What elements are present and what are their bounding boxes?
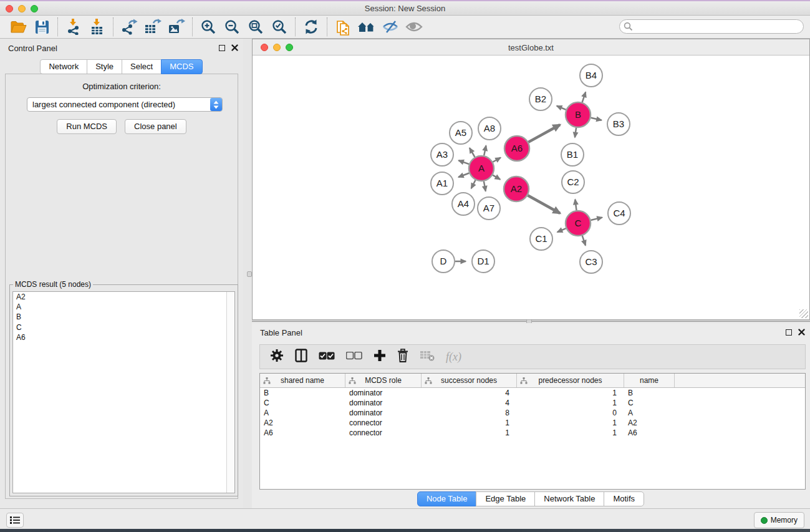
float-panel-icon[interactable]: [219, 45, 225, 51]
node-A6[interactable]: A6: [504, 136, 529, 161]
tab-node-table[interactable]: Node Table: [417, 491, 477, 506]
import-table-button[interactable]: [85, 17, 109, 37]
table-cell[interactable]: B: [260, 388, 345, 398]
table-cell[interactable]: 1: [517, 418, 624, 428]
node-A1[interactable]: A1: [431, 172, 453, 195]
table-cell[interactable]: A6: [624, 428, 675, 438]
node-C3[interactable]: C3: [580, 251, 602, 273]
node-B2[interactable]: B2: [529, 88, 552, 110]
refresh-button[interactable]: [299, 17, 323, 37]
column-header-name[interactable]: name: [624, 374, 675, 387]
export-network-button[interactable]: [117, 17, 141, 37]
mcds-result-item[interactable]: A2: [13, 292, 234, 302]
table-cell[interactable]: A: [260, 408, 345, 418]
node-A2[interactable]: A2: [504, 177, 529, 201]
mcds-result-list[interactable]: A2ABCA6: [12, 291, 235, 493]
table-cell[interactable]: 0: [517, 408, 624, 418]
close-panel-button[interactable]: Close panel: [125, 119, 186, 134]
edge-A-A4[interactable]: [471, 180, 476, 188]
scrollbar-track[interactable]: [226, 292, 234, 493]
node-D[interactable]: D: [432, 250, 455, 273]
node-A5[interactable]: A5: [450, 122, 472, 144]
node-C2[interactable]: C2: [562, 171, 584, 193]
float-panel-icon[interactable]: [786, 329, 792, 336]
node-A8[interactable]: A8: [478, 117, 501, 140]
memory-button[interactable]: Memory: [754, 512, 804, 528]
table-row[interactable]: Bdominator41B: [260, 388, 805, 398]
run-mcds-button[interactable]: Run MCDS: [57, 119, 117, 134]
table-cell[interactable]: B: [624, 388, 675, 398]
table-cell[interactable]: 1: [517, 388, 624, 398]
edge-A-A2[interactable]: [493, 175, 500, 180]
table-cell[interactable]: dominator: [345, 388, 422, 398]
deselect-all-rows-button[interactable]: [346, 351, 362, 362]
select-all-rows-button[interactable]: [319, 351, 335, 362]
table-cell[interactable]: 1: [517, 398, 624, 408]
table-cell[interactable]: connector: [345, 428, 422, 438]
zoom-fit-button[interactable]: [244, 17, 268, 37]
table-row[interactable]: A2connector11A2: [260, 418, 805, 428]
close-panel-icon[interactable]: [798, 329, 805, 336]
edge-A-A1[interactable]: [458, 173, 469, 177]
column-header-predecessor-nodes[interactable]: predecessor nodes: [517, 374, 624, 387]
delete-table-button[interactable]: [420, 350, 435, 364]
edge-A6-B[interactable]: [528, 125, 560, 142]
table-cell[interactable]: 1: [422, 428, 517, 438]
table-row[interactable]: Adominator80A: [260, 408, 805, 418]
table-cell[interactable]: A2: [260, 418, 345, 428]
search-input[interactable]: [633, 21, 803, 32]
edge-A-A8[interactable]: [484, 145, 486, 155]
zoom-selected-button[interactable]: [268, 17, 291, 37]
node-B4[interactable]: B4: [580, 64, 602, 87]
table-cell[interactable]: dominator: [345, 398, 422, 408]
node-C4[interactable]: C4: [608, 202, 630, 225]
edge-A-A3[interactable]: [458, 160, 469, 164]
edge-C-C2[interactable]: [575, 200, 576, 210]
table-options-button[interactable]: [270, 349, 284, 365]
table-cell[interactable]: 4: [422, 388, 517, 398]
criterion-dropdown[interactable]: largest connected component (directed): [27, 97, 223, 112]
hide-selected-button[interactable]: [378, 17, 402, 37]
network-graph[interactable]: AA1A3A5A8A4A7A6A2BB2B4B3B1CC2C4C1C3DD1: [253, 56, 809, 319]
table-cell[interactable]: C: [624, 398, 675, 408]
table-cell[interactable]: dominator: [345, 408, 422, 418]
function-builder-button[interactable]: f(x): [446, 351, 461, 364]
mcds-result-item[interactable]: B: [13, 312, 234, 322]
export-image-button[interactable]: [165, 17, 188, 37]
edge-A-A7[interactable]: [484, 181, 486, 191]
node-C1[interactable]: C1: [530, 228, 552, 250]
column-header-MCDS-role[interactable]: MCDS role: [345, 374, 422, 387]
export-table-button[interactable]: [141, 17, 165, 37]
zoom-in-button[interactable]: [196, 17, 220, 37]
table-cell[interactable]: 8: [422, 408, 517, 418]
node-B[interactable]: B: [566, 102, 591, 127]
table-cell[interactable]: 1: [422, 418, 517, 428]
node-B3[interactable]: B3: [607, 113, 630, 135]
save-session-button[interactable]: [30, 17, 54, 37]
node-A3[interactable]: A3: [431, 143, 453, 166]
table-cell[interactable]: A2: [624, 418, 675, 428]
open-session-button[interactable]: [6, 17, 30, 37]
window-resize-grip[interactable]: [799, 309, 808, 318]
tab-mcds[interactable]: MCDS: [161, 59, 202, 74]
edge-A-A6[interactable]: [493, 158, 501, 162]
quick-search-field[interactable]: [619, 19, 804, 34]
node-B1[interactable]: B1: [561, 143, 584, 166]
tab-network-table[interactable]: Network Table: [534, 491, 604, 506]
delete-columns-button[interactable]: [397, 349, 408, 365]
table-cell[interactable]: A: [624, 408, 675, 418]
mcds-result-item[interactable]: A6: [13, 332, 234, 342]
vertical-splitter-grabber[interactable]: [247, 271, 252, 277]
close-panel-icon[interactable]: [231, 44, 238, 51]
node-A4[interactable]: A4: [452, 193, 475, 215]
add-column-button[interactable]: [374, 349, 386, 364]
node-C[interactable]: C: [566, 211, 591, 236]
table-cell[interactable]: 4: [422, 398, 517, 408]
task-history-button[interactable]: [6, 513, 24, 528]
node-D1[interactable]: D1: [472, 250, 494, 273]
node-A7[interactable]: A7: [478, 197, 500, 220]
column-header-successor-nodes[interactable]: successor nodes: [422, 374, 517, 387]
new-network-from-selection-button[interactable]: [331, 17, 355, 37]
network-canvas[interactable]: AA1A3A5A8A4A7A6A2BB2B4B3B1CC2C4C1C3DD1: [253, 56, 809, 319]
edge-C-C4[interactable]: [591, 218, 602, 220]
